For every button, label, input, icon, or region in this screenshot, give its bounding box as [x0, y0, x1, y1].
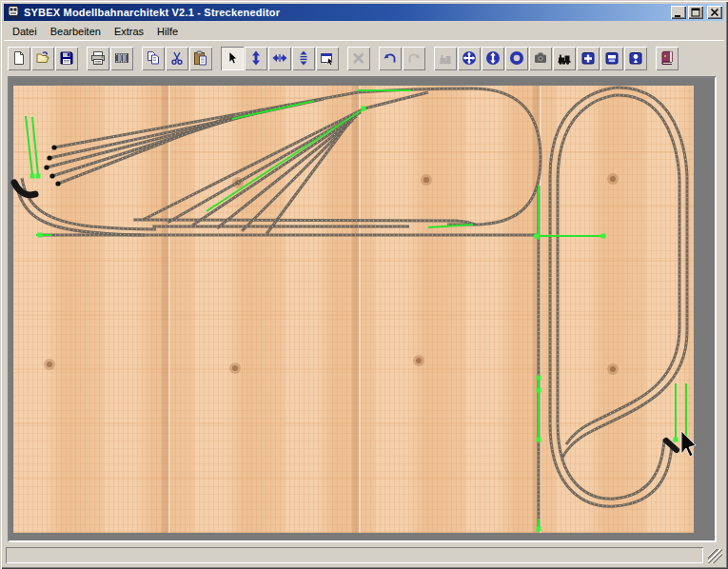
wood-knot [610, 366, 616, 372]
buffer-stop[interactable] [55, 181, 60, 186]
selection-marker[interactable] [535, 234, 540, 239]
selected-track-segment[interactable] [32, 117, 38, 175]
print-icon [90, 50, 106, 66]
track-segment[interactable] [16, 182, 145, 235]
select-arrow-button[interactable] [221, 47, 244, 70]
minimize-button[interactable] [671, 6, 686, 19]
loco-add-button[interactable] [577, 47, 600, 70]
loco-signal-button[interactable] [624, 47, 647, 70]
track-segment-ties [550, 423, 672, 506]
locomotive-ghost-icon [438, 50, 453, 66]
selection-marker[interactable] [30, 174, 35, 179]
delete-cross-button [347, 47, 370, 70]
delete-cross-icon [351, 50, 366, 66]
menu-item-bearbeiten[interactable]: Bearbeiten [44, 24, 108, 39]
locomotive-button[interactable] [553, 47, 576, 70]
redo-arrow-icon [406, 50, 422, 66]
wood-knot [47, 362, 52, 367]
resize-grip[interactable] [708, 549, 722, 563]
window-title: SYBEX Modellbahnarchitekt V2.1 - Strecke… [24, 7, 671, 18]
select-arrow-icon [225, 50, 240, 66]
wood-knot [416, 358, 422, 363]
wood-knot [610, 176, 616, 182]
selection-marker[interactable] [36, 174, 41, 179]
track-segment-ties [550, 88, 687, 458]
menu-item-extras[interactable]: Extras [108, 24, 150, 39]
maximize-icon [690, 7, 701, 18]
loco-print-icon [604, 50, 620, 66]
maximize-button[interactable] [688, 6, 703, 19]
track-segment[interactable] [550, 88, 687, 458]
application-window: SYBEX Modellbahnarchitekt V2.1 - Strecke… [0, 0, 728, 569]
buffer-stop[interactable] [47, 155, 51, 160]
print-button[interactable] [87, 47, 109, 70]
baseboard-seam-highlight [359, 86, 361, 533]
move-all-directions-icon [462, 50, 477, 66]
undo-arrow-button[interactable] [379, 47, 402, 70]
loco-print-button[interactable] [600, 47, 623, 70]
toolbar-group-gap [213, 58, 221, 59]
toolbar-group-gap [648, 58, 656, 59]
selected-track-segment[interactable] [207, 108, 364, 211]
cut-scissors-button[interactable] [166, 47, 188, 70]
properties-window-button[interactable] [316, 47, 339, 70]
selection-marker[interactable] [537, 388, 541, 393]
new-document-button[interactable] [8, 47, 30, 70]
buffer-stop[interactable] [44, 165, 49, 169]
locomotive-icon [557, 50, 572, 66]
toolbar-group-gap [79, 58, 87, 59]
buffer-stop[interactable] [51, 145, 56, 149]
toolbar-group-gap [340, 58, 347, 59]
menu-item-datei[interactable]: Datei [6, 24, 44, 39]
help-book-button[interactable] [656, 47, 679, 70]
toolbar-group-gap [371, 58, 379, 59]
minimize-icon [673, 7, 684, 18]
turntable-wheel-button[interactable] [505, 47, 528, 70]
save-floppy-button[interactable] [55, 47, 78, 70]
selection-marker[interactable] [38, 233, 43, 238]
titlebar[interactable]: SYBEX Modellbahnarchitekt V2.1 - Strecke… [4, 4, 724, 21]
close-icon [709, 7, 720, 18]
selection-marker[interactable] [537, 376, 541, 381]
film-strip-icon [114, 50, 129, 66]
wood-knot [232, 365, 238, 371]
track-segment[interactable] [550, 423, 672, 506]
track-plan-svg [10, 78, 715, 540]
stretch-vertical-icon [296, 50, 311, 66]
move-horizontal-button[interactable] [268, 47, 291, 70]
stretch-vertical-button[interactable] [292, 47, 315, 70]
track-plan-canvas[interactable] [8, 76, 717, 542]
selected-track-segment[interactable] [232, 101, 314, 119]
buffer-stop[interactable] [49, 173, 54, 178]
paste-clipboard-button[interactable] [189, 47, 212, 70]
selection-marker[interactable] [674, 438, 679, 442]
move-up-circle-icon [485, 50, 501, 66]
open-folder-button[interactable] [31, 47, 54, 70]
close-button[interactable] [707, 6, 722, 19]
mouse-cursor [681, 431, 696, 457]
selection-marker[interactable] [537, 438, 541, 442]
locomotive-ghost-button [434, 47, 457, 70]
selection-marker[interactable] [537, 527, 541, 532]
film-strip-button[interactable] [110, 47, 133, 70]
selection-marker[interactable] [601, 234, 606, 239]
move-all-directions-button[interactable] [458, 47, 481, 70]
camera-button[interactable] [529, 47, 552, 70]
toolbar-group-gap [134, 58, 142, 59]
move-horizontal-icon [272, 50, 287, 66]
save-floppy-icon [59, 50, 74, 66]
wood-knot [423, 177, 429, 183]
move-up-circle-button[interactable] [482, 47, 504, 70]
selected-track-segment[interactable] [26, 116, 32, 175]
status-message [6, 547, 703, 563]
baseboard-seam [162, 86, 168, 533]
turntable-wheel-icon [509, 50, 524, 66]
baseboard-seam-highlight [168, 86, 170, 533]
copy-button[interactable] [142, 47, 165, 70]
menu-item-hilfe[interactable]: Hilfe [150, 24, 185, 39]
selection-marker[interactable] [362, 107, 366, 111]
track-segment[interactable] [133, 220, 475, 225]
new-document-icon [11, 50, 27, 66]
toolbar-group-gap [426, 58, 434, 59]
move-vertical-button[interactable] [245, 47, 267, 70]
